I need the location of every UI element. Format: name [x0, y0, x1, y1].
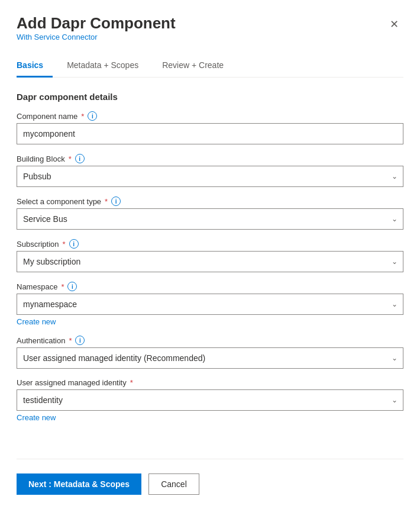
subscription-info-icon[interactable]: i [69, 239, 79, 249]
tabs-bar: Basics Metadata + Scopes Review + Create [17, 56, 403, 78]
required-star-component-type: * [105, 197, 108, 206]
subscription-select-wrapper: My subscription ⌄ [17, 251, 403, 272]
component-name-field: Component name * i [17, 111, 403, 144]
dialog-subtitle: With Service Connector [17, 33, 176, 41]
cancel-button[interactable]: Cancel [148, 473, 199, 495]
required-star-building-block: * [69, 154, 72, 163]
component-type-field: Select a component type * i Service Bus … [17, 196, 403, 230]
add-dapr-component-dialog: Add Dapr Component With Service Connecto… [0, 0, 420, 509]
building-block-label: Building Block * i [17, 154, 403, 163]
header-text: Add Dapr Component With Service Connecto… [17, 14, 176, 53]
namespace-info-icon[interactable]: i [67, 282, 77, 291]
subscription-label: Subscription * i [17, 239, 403, 249]
authentication-select[interactable]: User assigned managed identity (Recommen… [17, 347, 403, 369]
required-star-user-identity: * [130, 378, 133, 387]
authentication-select-wrapper: User assigned managed identity (Recommen… [17, 347, 403, 369]
tab-basics[interactable]: Basics [17, 56, 53, 78]
user-identity-create-new-link[interactable]: Create new [17, 413, 56, 422]
user-identity-select[interactable]: testidentity [17, 389, 403, 411]
required-star-authentication: * [69, 336, 72, 345]
component-type-select[interactable]: Service Bus Event Hubs RabbitMQ Redis [17, 208, 403, 230]
subscription-select[interactable]: My subscription [17, 251, 403, 272]
dialog-footer: Next : Metadata & Scopes Cancel [17, 459, 403, 495]
component-name-info-icon[interactable]: i [88, 111, 97, 121]
tab-metadata-scopes[interactable]: Metadata + Scopes [67, 56, 148, 78]
required-star: * [81, 112, 84, 121]
building-block-select-wrapper: Pubsub State Bindings Secrets ⌄ [17, 166, 403, 187]
required-star-subscription: * [63, 240, 66, 249]
component-name-label: Component name * i [17, 111, 403, 121]
user-identity-field: User assigned managed identity * testide… [17, 378, 403, 422]
namespace-label: Namespace * i [17, 282, 403, 291]
component-name-input[interactable] [17, 123, 403, 144]
building-block-select[interactable]: Pubsub State Bindings Secrets [17, 166, 403, 187]
authentication-field: Authentication * i User assigned managed… [17, 336, 403, 369]
tab-review-create[interactable]: Review + Create [162, 56, 233, 78]
building-block-field: Building Block * i Pubsub State Bindings… [17, 154, 403, 187]
authentication-label: Authentication * i [17, 336, 403, 345]
namespace-field: Namespace * i mynamespace ⌄ Create new [17, 282, 403, 326]
subscription-field: Subscription * i My subscription ⌄ [17, 239, 403, 272]
user-identity-select-wrapper: testidentity ⌄ [17, 389, 403, 411]
component-type-label: Select a component type * i [17, 196, 403, 206]
section-title: Dapr component details [17, 92, 403, 102]
dialog-title: Add Dapr Component [17, 14, 176, 33]
namespace-select-wrapper: mynamespace ⌄ [17, 294, 403, 315]
required-star-namespace: * [61, 282, 64, 291]
namespace-create-new-link[interactable]: Create new [17, 317, 56, 326]
close-button[interactable]: ✕ [385, 17, 403, 32]
building-block-info-icon[interactable]: i [75, 154, 85, 163]
dialog-header: Add Dapr Component With Service Connecto… [17, 14, 403, 53]
next-button[interactable]: Next : Metadata & Scopes [17, 473, 141, 495]
component-type-select-wrapper: Service Bus Event Hubs RabbitMQ Redis ⌄ [17, 208, 403, 230]
authentication-info-icon[interactable]: i [75, 336, 85, 345]
component-type-info-icon[interactable]: i [111, 196, 121, 206]
namespace-select[interactable]: mynamespace [17, 294, 403, 315]
user-identity-label: User assigned managed identity * [17, 378, 403, 387]
